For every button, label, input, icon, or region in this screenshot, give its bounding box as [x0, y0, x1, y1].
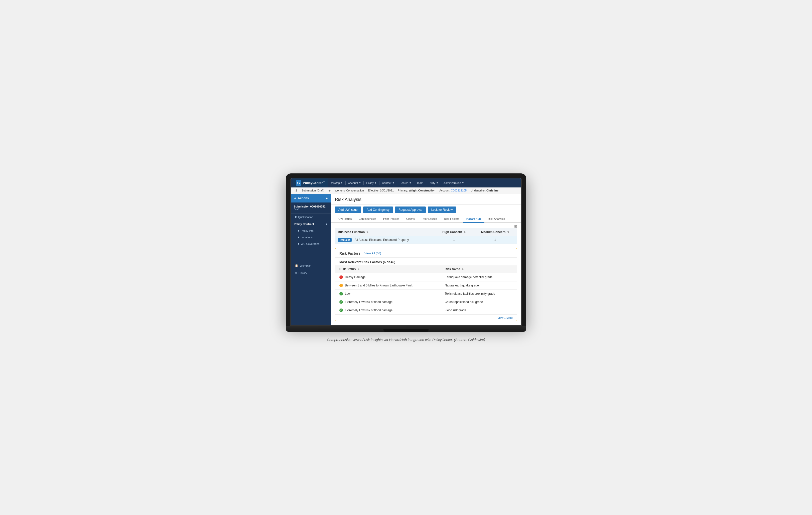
history-icon: ⊙: [295, 271, 297, 275]
effective-date: Effective: 10/01/2021: [368, 189, 394, 192]
tab-uw-issues[interactable]: UW Issues: [335, 215, 355, 223]
laptop-wrapper: G PolicyCenter™ Desktop▼ Account▼ Policy…: [286, 173, 526, 332]
request-badge: Request: [338, 238, 352, 242]
qualification-dot: [295, 216, 296, 218]
col-business-function: Business Function ⇅: [335, 228, 435, 236]
tab-claims[interactable]: Claims: [403, 215, 418, 223]
sidebar-item-policy-info[interactable]: Policy Info: [291, 227, 331, 234]
sidebar-item-policy-contract[interactable]: Policy Contract ▲: [291, 220, 331, 227]
nav-item-administration[interactable]: Administration▼: [441, 179, 466, 187]
high-concern-cell: 1: [435, 236, 473, 244]
table-row: Request All Assess Risks and Enhanced Pr…: [335, 236, 517, 244]
risk-status-5: ✓ Extremely Low risk of flood damage: [336, 306, 441, 314]
high-concern-sort[interactable]: ⇅: [464, 231, 466, 234]
desktop-caret: ▼: [341, 182, 343, 184]
risk-name-1: Earthquake damage potential grade: [441, 273, 517, 281]
medium-concern-cell: 1: [473, 236, 517, 244]
logo-icon: G: [296, 180, 301, 186]
account-number[interactable]: C000212105: [451, 189, 467, 192]
nav-item-contact[interactable]: Contact▼: [380, 179, 397, 187]
risk-factors-panel: Risk Factors View All (46) Most Relevant…: [335, 248, 517, 321]
nav-item-desktop[interactable]: Desktop▼: [328, 179, 345, 187]
info-bar: ⬇ Submission (Draft) ⊙ Workers' Compensa…: [291, 187, 521, 194]
lock-for-review-button[interactable]: Lock for Review: [428, 207, 456, 213]
status-green-icon-2: ✓: [339, 300, 343, 304]
tab-risk-analytics[interactable]: Risk Analytics: [484, 215, 509, 223]
sidebar-item-wc-coverages[interactable]: WC Coverages: [291, 241, 331, 247]
add-contingency-button[interactable]: Add Contingency: [363, 207, 393, 213]
main-layout: ⇒ Actions ▶ Submission 0001466752 Draft …: [291, 194, 521, 325]
tab-risk-factors[interactable]: Risk Factors: [440, 215, 463, 223]
risk-factors-subtitle: Most Relevant Risk Factors (6 of 46): [336, 258, 517, 265]
laptop-frame: G PolicyCenter™ Desktop▼ Account▼ Policy…: [286, 173, 526, 326]
primary-label: Primary: Wright Construction: [398, 189, 435, 192]
risk-factors-view-all[interactable]: View All (46): [365, 252, 381, 255]
sidebar-submission: Submission 0001466752 Draft: [291, 202, 331, 214]
submission-status: Draft: [294, 208, 328, 211]
nav-item-account[interactable]: Account▼: [346, 179, 363, 187]
actions-icon: ⇒: [294, 196, 296, 200]
nav-divider-7: [441, 181, 441, 185]
risk-row-4: ✓ Extremely Low risk of flood damage Cat…: [336, 298, 517, 306]
page-caption: Comprehensive view of risk insights via …: [327, 338, 485, 342]
underwriter-name: Christine: [486, 189, 498, 192]
risk-status-4: ✓ Extremely Low risk of flood damage: [336, 298, 441, 306]
policy-contract-expand: ▲: [325, 222, 328, 225]
risk-status-col: Risk Status ⇅: [336, 265, 441, 273]
wc-coverages-label: WC Coverages: [301, 242, 320, 245]
workplan-label: Workplan: [300, 264, 311, 267]
top-nav: G PolicyCenter™ Desktop▼ Account▼ Policy…: [291, 179, 521, 187]
actions-label: Actions: [298, 196, 309, 200]
account-info: Account: C000212105: [439, 189, 467, 192]
sidebar-item-locations[interactable]: Locations: [291, 234, 331, 241]
grid-view-icon[interactable]: ⊞: [514, 224, 517, 228]
tab-prior-policies[interactable]: Prior Policies: [380, 215, 403, 223]
risk-name-sort[interactable]: ⇅: [462, 268, 464, 271]
risk-name-2: Natural earthquake grade: [441, 281, 517, 290]
main-table-wrapper: ⊞ Business Function ⇅ Hig: [331, 223, 521, 248]
history-label: History: [298, 271, 307, 274]
locations-dot: [298, 237, 299, 238]
policycenter-logo: G PolicyCenter™: [293, 179, 328, 187]
sidebar-item-qualification[interactable]: Qualification: [291, 214, 331, 220]
coverage-type: Workers' Compensation: [335, 189, 364, 192]
risk-status-2: Between 1 and 5 Miles to Known Earthquak…: [336, 281, 441, 290]
sidebar-item-history[interactable]: ⊙ History: [291, 269, 331, 277]
risk-row-1: ! Heavy Damage Earthquake damage potenti…: [336, 273, 517, 281]
request-approval-button[interactable]: Request Approval: [395, 207, 426, 213]
nav-item-search[interactable]: Search▼: [398, 179, 413, 187]
add-uw-issue-button[interactable]: Add UW Issue: [335, 207, 361, 213]
business-function-cell: Request All Assess Risks and Enhanced Pr…: [335, 236, 435, 244]
locations-label: Locations: [301, 236, 313, 239]
primary-name: Wright Construction: [409, 189, 435, 192]
tab-prior-losses[interactable]: Prior Losses: [418, 215, 440, 223]
nav-item-team[interactable]: Team: [414, 179, 425, 187]
tab-hazardhub[interactable]: HazardHub: [463, 215, 484, 223]
sidebar-item-workplan[interactable]: 📋 Workplan: [291, 262, 331, 269]
col-medium-concern: Medium Concern ⇅: [473, 228, 517, 236]
risk-name-3: Toxic release facilities proximity grade: [441, 290, 517, 298]
tabs-bar: UW Issues Contingencies Prior Policies C…: [331, 215, 521, 223]
nav-item-utility[interactable]: Utility▼: [427, 179, 440, 187]
risk-status-sort[interactable]: ⇅: [357, 268, 359, 271]
view-more-link[interactable]: View 1 More: [336, 315, 517, 321]
medium-concern-sort[interactable]: ⇅: [507, 231, 509, 234]
tab-contingencies[interactable]: Contingencies: [355, 215, 380, 223]
risk-status-label-1: Heavy Damage: [345, 275, 366, 279]
draft-icon: ⬇: [295, 189, 297, 192]
workplan-icon: 📋: [295, 264, 298, 267]
laptop-base: [286, 326, 526, 332]
risk-status-label-5: Extremely Low risk of flood damage: [345, 308, 393, 312]
risk-factors-header: Risk Factors View All (46): [336, 248, 517, 258]
business-function-sort[interactable]: ⇅: [367, 231, 369, 234]
nav-divider-1: [345, 181, 346, 185]
policy-info-label: Policy Info: [301, 229, 314, 232]
risk-row-5: ✓ Extremely Low risk of flood damage Flo…: [336, 306, 517, 314]
risk-factors-table: Risk Status ⇅ Risk Name ⇅: [336, 265, 517, 315]
nav-item-policy[interactable]: Policy▼: [364, 179, 378, 187]
actions-button[interactable]: ⇒ Actions ▶: [291, 194, 331, 202]
status-green-icon-1: ✓: [339, 292, 343, 296]
page-title: Risk Analysis: [335, 197, 517, 202]
admin-caret: ▼: [462, 182, 464, 184]
qualification-label: Qualification: [298, 216, 313, 219]
